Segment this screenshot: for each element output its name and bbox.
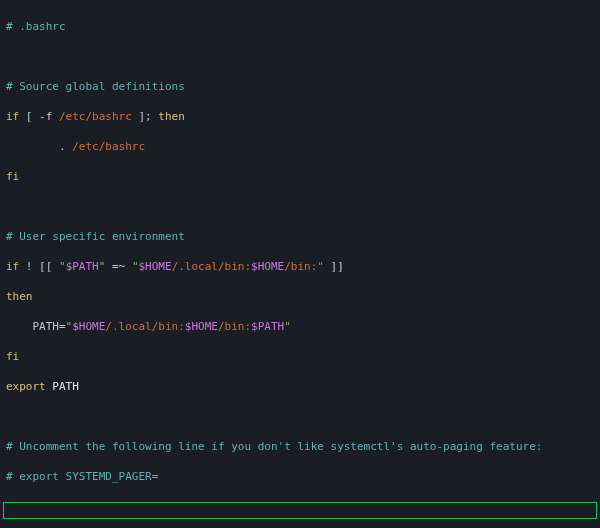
code-line: # .bashrc xyxy=(6,19,594,34)
code-line: # Source global definitions xyxy=(6,79,594,94)
code-line: fi xyxy=(6,349,594,364)
code-line: . /etc/bashrc xyxy=(6,139,594,154)
code-line: if ! [[ "$PATH" =~ "$HOME/.local/bin:$HO… xyxy=(6,259,594,274)
code-editor[interactable]: # .bashrc # Source global definitions if… xyxy=(0,0,600,528)
code-line: fi xyxy=(6,169,594,184)
code-line: # export SYSTEMD_PAGER= xyxy=(6,469,594,484)
code-line: export PATH xyxy=(6,379,594,394)
code-line: # User specific environment xyxy=(6,229,594,244)
code-line: # Uncomment the following line if you do… xyxy=(6,439,594,454)
code-line xyxy=(6,409,594,424)
code-line: if [ -f /etc/bashrc ]; then xyxy=(6,109,594,124)
code-line xyxy=(6,49,594,64)
code-line xyxy=(6,499,594,514)
code-line: PATH="$HOME/.local/bin:$HOME/bin:$PATH" xyxy=(6,319,594,334)
code-line xyxy=(6,199,594,214)
code-line: then xyxy=(6,289,594,304)
